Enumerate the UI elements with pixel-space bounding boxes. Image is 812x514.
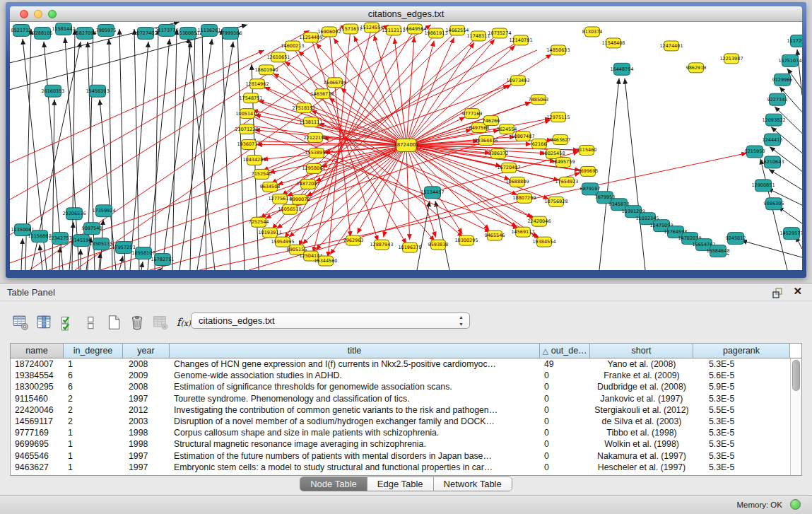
column-header-year[interactable]: year (123, 344, 170, 358)
graph-node[interactable]: 10193911 (258, 228, 281, 238)
table-row[interactable]: 946554611997Estimation of the future num… (11, 450, 790, 462)
graph-node[interactable]: 9886305 (764, 198, 784, 210)
graph-node[interactable]: 15134457 (420, 187, 444, 199)
graph-node[interactable]: 7485063 (529, 95, 549, 105)
graph-node[interactable]: 16782751 (151, 254, 174, 266)
graph-node[interactable]: 8521712 (11, 24, 32, 36)
graph-node[interactable]: 11581442 (52, 23, 75, 35)
graph-node[interactable]: 10756928 (544, 197, 567, 206)
graph-node[interactable]: 9463627 (551, 135, 571, 145)
tab-edge-table[interactable]: Edge Table (367, 477, 434, 491)
graph-node[interactable]: 18495759 (551, 157, 575, 167)
graph-node[interactable]: 22420046 (527, 216, 551, 226)
graph-node[interactable]: 15300851 (176, 27, 199, 39)
graph-node[interactable]: 7152540 (252, 169, 272, 179)
graph-node[interactable]: 11748311 (466, 31, 490, 41)
graph-node[interactable]: 7386372 (488, 148, 509, 158)
graph-node[interactable]: 7962963 (343, 235, 364, 245)
graph-node[interactable]: 15056518 (278, 204, 301, 214)
table-scrollbar[interactable] (790, 358, 801, 475)
graph-node[interactable]: 7252544 (249, 217, 269, 227)
graph-node[interactable]: 14529577 (779, 228, 802, 240)
graph-node[interactable]: 9129966 (772, 74, 793, 86)
graph-node[interactable]: 746266 (483, 116, 500, 126)
graph-node[interactable]: 9777169 (462, 109, 483, 119)
table-select-dropdown[interactable]: citations_edges.txt ▲▼ (191, 313, 470, 329)
graph-node[interactable]: 12140781 (509, 35, 532, 45)
close-panel-icon[interactable]: ✕ (793, 285, 802, 298)
graph-node[interactable]: 19861913 (424, 28, 447, 38)
graph-node[interactable]: 12213987 (719, 54, 743, 64)
table-row[interactable]: 1872400712008Changes of HCN gene express… (11, 358, 790, 370)
graph-node[interactable]: 10196378 (398, 243, 421, 252)
graph-node[interactable]: 14569117 (511, 227, 534, 237)
graph-node[interactable]: 16344560 (314, 256, 337, 266)
graph-node[interactable]: 8130374 (582, 27, 603, 37)
graph-node[interactable]: 9990075 (290, 194, 310, 204)
graph-node[interactable]: 11172954 (787, 35, 802, 47)
graph-node[interactable]: 16720407 (497, 163, 520, 173)
graph-node[interactable]: 1244413 (763, 134, 783, 146)
tab-node-table[interactable]: Node Table (300, 477, 367, 491)
graph-node[interactable]: 22122190 (303, 133, 326, 143)
tab-network-table[interactable]: Network Table (434, 477, 512, 491)
graph-node[interactable]: 12887943 (370, 240, 393, 250)
window-zoom-button[interactable] (48, 10, 57, 18)
graph-node[interactable]: 9634508 (260, 182, 281, 192)
graph-node[interactable]: 19384554 (532, 237, 555, 247)
graph-node[interactable]: 10735274 (488, 28, 511, 38)
graph-node[interactable]: 1145194 (71, 235, 92, 247)
graph-node[interactable]: 11136261 (197, 24, 220, 36)
graph-node[interactable]: 18300295 (454, 235, 478, 245)
window-minimize-button[interactable] (34, 10, 42, 18)
table-row[interactable]: 946362711997Embryonic stem cells: a mode… (11, 462, 790, 473)
graph-node[interactable]: 17999366 (218, 27, 242, 39)
table-row[interactable]: 1938455462009Genome-wide association stu… (11, 370, 790, 381)
graph-hub-node[interactable]: 18724007 (394, 139, 419, 152)
graph-node[interactable]: 11548408 (601, 38, 625, 48)
graph-node[interactable]: 16649564 (403, 24, 426, 34)
table-settings-icon[interactable] (11, 313, 30, 332)
graph-node[interactable]: 11571631 (339, 24, 362, 34)
graph-node[interactable]: 15751074 (778, 54, 801, 66)
graph-node[interactable]: 12342757 (48, 233, 71, 245)
graph-node[interactable]: 9097548 (82, 223, 102, 235)
delete-table-icon[interactable] (128, 313, 146, 332)
graph-node[interactable]: 3624554 (497, 124, 517, 134)
graph-node[interactable]: 17654923 (555, 177, 578, 187)
graph-node[interactable]: 21173776 (155, 24, 178, 36)
graph-node[interactable]: 14662554 (445, 25, 469, 35)
graph-node[interactable]: 9115460 (577, 146, 597, 156)
graph-node[interactable]: 9465546 (485, 230, 505, 240)
table-row[interactable]: 1830029562008Estimation of significance … (11, 381, 790, 392)
graph-node[interactable]: 26160353 (41, 85, 64, 97)
table-row[interactable]: 1456911722003Disruption of a novel membe… (11, 416, 790, 427)
graph-node[interactable]: 8215958 (745, 146, 765, 158)
table-row[interactable]: 977716911998Corpus callosum shape and si… (11, 427, 790, 438)
table-row[interactable]: 2242004622012Investigating the contribut… (11, 404, 790, 416)
graph-node[interactable]: 10807487 (511, 132, 534, 141)
graph-node[interactable]: 17359924 (92, 205, 115, 217)
graph-node[interactable]: 9699695 (578, 166, 599, 176)
graph-node[interactable]: 19360713 (237, 140, 260, 150)
column-header-short[interactable]: short (590, 344, 693, 358)
graph-node[interactable]: 12474401 (659, 41, 683, 51)
graph-node[interactable]: 12975115 (546, 112, 570, 122)
float-panel-icon[interactable] (771, 286, 784, 299)
graph-node[interactable]: 9245012 (726, 233, 746, 245)
graph-node[interactable]: 15827094 (73, 27, 96, 39)
column-header-pagerank[interactable]: pagerank (693, 344, 790, 358)
table-row[interactable]: 911546021997Tourette syndrome. Phenomeno… (11, 393, 790, 404)
graph-node[interactable]: 18601940 (254, 65, 278, 75)
graph-node[interactable]: 12775613 (268, 194, 291, 204)
graph-node[interactable]: 9593838 (428, 240, 449, 250)
graph-node[interactable]: 10688809 (505, 177, 529, 187)
graph-node[interactable]: 12093822 (762, 114, 785, 126)
graph-node[interactable]: 12900851 (751, 180, 775, 192)
graph-canvas[interactable]: 8521712928810511581442158270947905975107… (10, 22, 802, 270)
graph-node[interactable]: 14850633 (546, 45, 570, 55)
graph-node[interactable]: 14600213 (281, 41, 304, 51)
graph-node[interactable]: 10727402 (134, 27, 157, 39)
window-titlebar[interactable]: citations_edges.txt (10, 6, 802, 22)
graph-node[interactable]: 7905975 (96, 24, 117, 36)
